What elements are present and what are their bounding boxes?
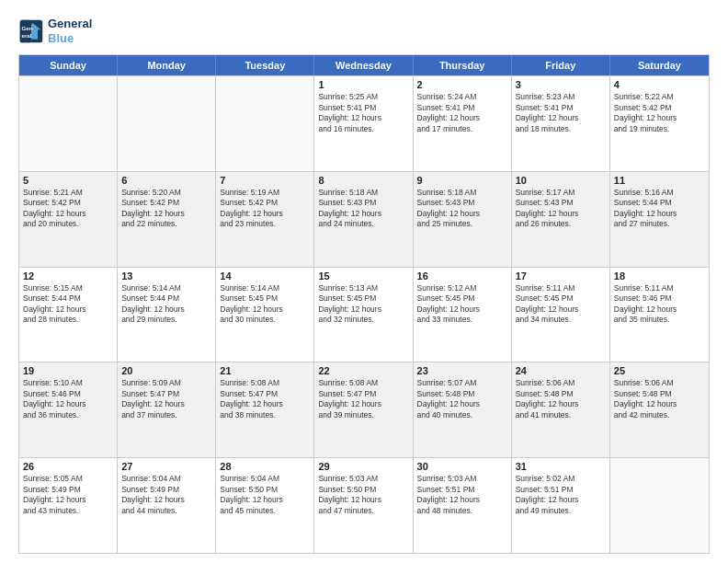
day-number: 31 xyxy=(516,461,606,472)
day-number: 10 xyxy=(516,175,606,186)
calendar-cell: 4Sunrise: 5:22 AM Sunset: 5:42 PM Daylig… xyxy=(610,76,709,171)
day-number: 30 xyxy=(417,461,507,472)
calendar-header-cell: Wednesday xyxy=(314,55,413,75)
calendar-week-row: 26Sunrise: 5:05 AM Sunset: 5:49 PM Dayli… xyxy=(19,457,709,553)
day-number: 20 xyxy=(121,365,211,376)
day-detail: Sunrise: 5:06 AM Sunset: 5:48 PM Dayligh… xyxy=(516,378,606,420)
calendar-week-row: 1Sunrise: 5:25 AM Sunset: 5:41 PM Daylig… xyxy=(19,75,709,171)
calendar-cell: 30Sunrise: 5:03 AM Sunset: 5:51 PM Dayli… xyxy=(414,458,512,553)
calendar-header-cell: Friday xyxy=(512,55,610,75)
calendar-cell: 18Sunrise: 5:11 AM Sunset: 5:46 PM Dayli… xyxy=(610,268,709,362)
day-number: 26 xyxy=(23,461,113,472)
day-number: 8 xyxy=(318,175,408,186)
day-detail: Sunrise: 5:07 AM Sunset: 5:48 PM Dayligh… xyxy=(417,378,507,420)
day-detail: Sunrise: 5:03 AM Sunset: 5:50 PM Dayligh… xyxy=(318,474,408,516)
day-detail: Sunrise: 5:08 AM Sunset: 5:47 PM Dayligh… xyxy=(220,378,310,420)
day-number: 9 xyxy=(417,175,507,186)
calendar-header-row: SundayMondayTuesdayWednesdayThursdayFrid… xyxy=(19,55,709,75)
calendar-cell: 9Sunrise: 5:18 AM Sunset: 5:43 PM Daylig… xyxy=(414,172,512,267)
logo-icon: Gen eral xyxy=(18,18,44,44)
logo: Gen eral General Blue xyxy=(18,17,92,45)
calendar-cell: 10Sunrise: 5:17 AM Sunset: 5:43 PM Dayli… xyxy=(512,172,610,267)
day-number: 5 xyxy=(23,175,113,186)
calendar-cell: 3Sunrise: 5:23 AM Sunset: 5:41 PM Daylig… xyxy=(512,76,610,171)
day-detail: Sunrise: 5:04 AM Sunset: 5:49 PM Dayligh… xyxy=(121,474,211,516)
day-number: 4 xyxy=(614,79,705,90)
day-number: 22 xyxy=(318,365,408,376)
calendar-cell: 19Sunrise: 5:10 AM Sunset: 5:46 PM Dayli… xyxy=(19,362,118,457)
calendar-header-cell: Sunday xyxy=(19,55,118,75)
day-detail: Sunrise: 5:11 AM Sunset: 5:45 PM Dayligh… xyxy=(516,283,606,326)
day-detail: Sunrise: 5:13 AM Sunset: 5:45 PM Dayligh… xyxy=(318,283,408,326)
day-number: 2 xyxy=(417,79,507,90)
calendar-cell: 13Sunrise: 5:14 AM Sunset: 5:44 PM Dayli… xyxy=(118,268,216,362)
day-detail: Sunrise: 5:16 AM Sunset: 5:44 PM Dayligh… xyxy=(614,188,705,230)
day-detail: Sunrise: 5:03 AM Sunset: 5:51 PM Dayligh… xyxy=(417,474,507,516)
day-number: 18 xyxy=(614,270,705,282)
day-number: 24 xyxy=(516,365,606,376)
calendar: SundayMondayTuesdayWednesdayThursdayFrid… xyxy=(18,54,710,554)
day-detail: Sunrise: 5:19 AM Sunset: 5:42 PM Dayligh… xyxy=(220,188,310,230)
day-detail: Sunrise: 5:09 AM Sunset: 5:47 PM Dayligh… xyxy=(121,378,211,420)
day-detail: Sunrise: 5:08 AM Sunset: 5:47 PM Dayligh… xyxy=(318,378,408,420)
day-number: 28 xyxy=(220,461,310,472)
day-detail: Sunrise: 5:05 AM Sunset: 5:49 PM Dayligh… xyxy=(23,474,113,516)
day-detail: Sunrise: 5:18 AM Sunset: 5:43 PM Dayligh… xyxy=(417,188,507,230)
day-detail: Sunrise: 5:25 AM Sunset: 5:41 PM Dayligh… xyxy=(318,92,408,134)
day-detail: Sunrise: 5:15 AM Sunset: 5:44 PM Dayligh… xyxy=(23,283,113,326)
day-detail: Sunrise: 5:14 AM Sunset: 5:45 PM Dayligh… xyxy=(220,283,310,326)
calendar-cell: 31Sunrise: 5:02 AM Sunset: 5:51 PM Dayli… xyxy=(512,458,610,553)
calendar-week-row: 19Sunrise: 5:10 AM Sunset: 5:46 PM Dayli… xyxy=(19,362,709,457)
calendar-cell: 20Sunrise: 5:09 AM Sunset: 5:47 PM Dayli… xyxy=(118,362,216,457)
calendar-cell xyxy=(19,76,118,171)
calendar-cell: 17Sunrise: 5:11 AM Sunset: 5:45 PM Dayli… xyxy=(512,268,610,362)
day-number: 12 xyxy=(23,270,113,282)
calendar-cell xyxy=(610,458,709,553)
day-number: 6 xyxy=(121,175,211,186)
calendar-cell: 28Sunrise: 5:04 AM Sunset: 5:50 PM Dayli… xyxy=(216,458,314,553)
day-detail: Sunrise: 5:11 AM Sunset: 5:46 PM Dayligh… xyxy=(614,283,705,326)
logo-text: General Blue xyxy=(48,17,92,45)
calendar-cell: 8Sunrise: 5:18 AM Sunset: 5:43 PM Daylig… xyxy=(314,172,413,267)
calendar-cell xyxy=(118,76,216,171)
day-detail: Sunrise: 5:12 AM Sunset: 5:45 PM Dayligh… xyxy=(417,283,507,326)
calendar-cell: 23Sunrise: 5:07 AM Sunset: 5:48 PM Dayli… xyxy=(414,362,512,457)
day-number: 27 xyxy=(121,461,211,472)
calendar-cell: 15Sunrise: 5:13 AM Sunset: 5:45 PM Dayli… xyxy=(314,268,413,362)
calendar-cell: 14Sunrise: 5:14 AM Sunset: 5:45 PM Dayli… xyxy=(216,268,314,362)
day-detail: Sunrise: 5:10 AM Sunset: 5:46 PM Dayligh… xyxy=(23,378,113,420)
day-detail: Sunrise: 5:14 AM Sunset: 5:44 PM Dayligh… xyxy=(121,283,211,326)
calendar-cell: 22Sunrise: 5:08 AM Sunset: 5:47 PM Dayli… xyxy=(314,362,413,457)
day-detail: Sunrise: 5:04 AM Sunset: 5:50 PM Dayligh… xyxy=(220,474,310,516)
calendar-week-row: 12Sunrise: 5:15 AM Sunset: 5:44 PM Dayli… xyxy=(19,267,709,362)
calendar-week-row: 5Sunrise: 5:21 AM Sunset: 5:42 PM Daylig… xyxy=(19,171,709,267)
day-detail: Sunrise: 5:17 AM Sunset: 5:43 PM Dayligh… xyxy=(516,188,606,230)
day-number: 25 xyxy=(614,365,705,376)
calendar-cell: 1Sunrise: 5:25 AM Sunset: 5:41 PM Daylig… xyxy=(314,76,413,171)
calendar-header-cell: Tuesday xyxy=(216,55,314,75)
day-number: 11 xyxy=(614,175,705,186)
day-detail: Sunrise: 5:06 AM Sunset: 5:48 PM Dayligh… xyxy=(614,378,705,420)
svg-text:eral: eral xyxy=(22,32,32,39)
calendar-cell: 21Sunrise: 5:08 AM Sunset: 5:47 PM Dayli… xyxy=(216,362,314,457)
day-number: 29 xyxy=(318,461,408,472)
day-number: 13 xyxy=(121,270,211,282)
day-detail: Sunrise: 5:20 AM Sunset: 5:42 PM Dayligh… xyxy=(121,188,211,230)
calendar-cell: 27Sunrise: 5:04 AM Sunset: 5:49 PM Dayli… xyxy=(118,458,216,553)
day-detail: Sunrise: 5:23 AM Sunset: 5:41 PM Dayligh… xyxy=(516,92,606,134)
day-number: 7 xyxy=(220,175,310,186)
calendar-cell: 11Sunrise: 5:16 AM Sunset: 5:44 PM Dayli… xyxy=(610,172,709,267)
day-number: 1 xyxy=(318,79,408,90)
day-number: 16 xyxy=(417,270,507,282)
calendar-header-cell: Monday xyxy=(118,55,216,75)
day-number: 3 xyxy=(516,79,606,90)
calendar-cell: 16Sunrise: 5:12 AM Sunset: 5:45 PM Dayli… xyxy=(414,268,512,362)
day-number: 15 xyxy=(318,270,408,282)
day-detail: Sunrise: 5:21 AM Sunset: 5:42 PM Dayligh… xyxy=(23,188,113,230)
calendar-cell: 25Sunrise: 5:06 AM Sunset: 5:48 PM Dayli… xyxy=(610,362,709,457)
day-detail: Sunrise: 5:22 AM Sunset: 5:42 PM Dayligh… xyxy=(614,92,705,134)
calendar-cell: 26Sunrise: 5:05 AM Sunset: 5:49 PM Dayli… xyxy=(19,458,118,553)
calendar-cell: 24Sunrise: 5:06 AM Sunset: 5:48 PM Dayli… xyxy=(512,362,610,457)
svg-text:Gen: Gen xyxy=(22,25,33,31)
day-number: 23 xyxy=(417,365,507,376)
